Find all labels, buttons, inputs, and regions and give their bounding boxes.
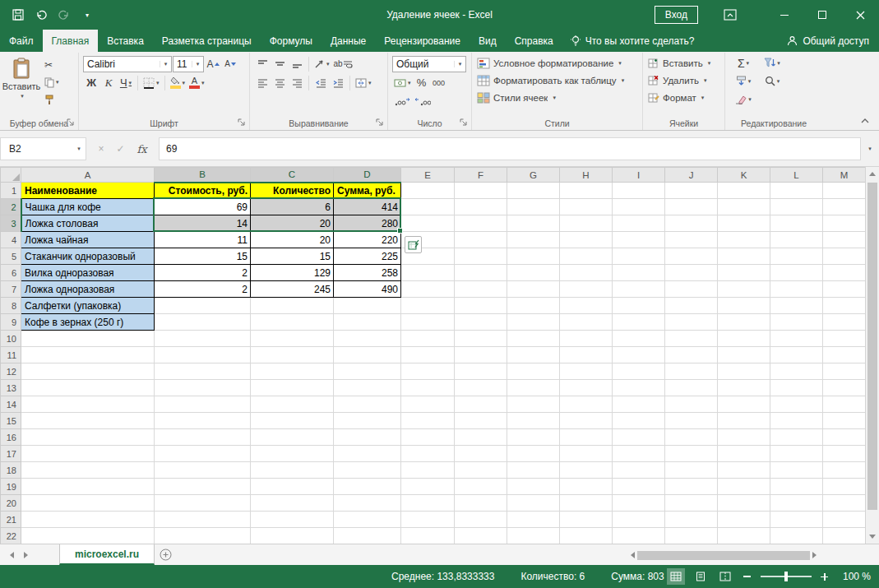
- cell-B22[interactable]: [155, 528, 251, 544]
- insert-cells-button[interactable]: Вставить ▾: [646, 54, 723, 72]
- orientation-button[interactable]: ▾: [312, 55, 331, 72]
- cell-H19[interactable]: [560, 479, 613, 495]
- cell-G7[interactable]: [507, 281, 560, 298]
- cell-F1[interactable]: [455, 183, 507, 199]
- cell-A17[interactable]: [21, 446, 155, 462]
- autosum-button[interactable]: Σ▾: [729, 54, 758, 72]
- tab-formulas[interactable]: Формулы: [261, 30, 322, 52]
- shrink-font-button[interactable]: А: [222, 55, 238, 72]
- cell-F10[interactable]: [455, 331, 507, 347]
- font-size-combo[interactable]: 11▾: [173, 56, 204, 72]
- cell-C20[interactable]: [251, 495, 334, 512]
- cell-J13[interactable]: [665, 380, 718, 396]
- cell-D10[interactable]: [334, 331, 401, 347]
- cell-K3[interactable]: [718, 215, 770, 232]
- cell-I17[interactable]: [613, 446, 665, 462]
- column-header-F[interactable]: F: [455, 168, 507, 183]
- cell-G4[interactable]: [507, 232, 560, 248]
- cell-M10[interactable]: [823, 331, 866, 347]
- cell-L19[interactable]: [770, 479, 823, 495]
- cell-I20[interactable]: [613, 495, 665, 512]
- cell-E10[interactable]: [401, 331, 455, 347]
- cell-G9[interactable]: [507, 314, 560, 331]
- cell-D4[interactable]: 220: [334, 232, 401, 248]
- cell-L21[interactable]: [770, 512, 823, 528]
- cell-B17[interactable]: [155, 446, 251, 462]
- decrease-indent-button[interactable]: [312, 74, 329, 91]
- cell-D1[interactable]: Сумма, руб.: [334, 183, 401, 199]
- cell-H14[interactable]: [560, 396, 613, 413]
- cell-M21[interactable]: [823, 512, 866, 528]
- undo-button[interactable]: [31, 5, 51, 25]
- cell-M6[interactable]: [823, 265, 866, 281]
- scroll-left-button[interactable]: [631, 552, 635, 558]
- cell-C12[interactable]: [251, 363, 334, 380]
- row-header-15[interactable]: 15: [1, 413, 21, 429]
- cell-B13[interactable]: [155, 380, 251, 396]
- cell-G11[interactable]: [507, 347, 560, 363]
- cell-F2[interactable]: [455, 199, 507, 215]
- cell-K4[interactable]: [718, 232, 770, 248]
- cell-G8[interactable]: [507, 298, 560, 314]
- cell-K5[interactable]: [718, 248, 770, 265]
- scroll-right-button[interactable]: [812, 552, 817, 558]
- cell-A18[interactable]: [21, 462, 155, 479]
- cell-I8[interactable]: [613, 298, 665, 314]
- cell-D22[interactable]: [334, 528, 401, 544]
- cell-K17[interactable]: [718, 446, 770, 462]
- cell-E11[interactable]: [401, 347, 455, 363]
- cell-D16[interactable]: [334, 429, 401, 446]
- align-middle-button[interactable]: [271, 55, 288, 72]
- tab-home[interactable]: Главная: [43, 30, 99, 52]
- cell-F20[interactable]: [455, 495, 507, 512]
- cell-C19[interactable]: [251, 479, 334, 495]
- cell-L6[interactable]: [770, 265, 823, 281]
- cell-K15[interactable]: [718, 413, 770, 429]
- cell-F14[interactable]: [455, 396, 507, 413]
- cell-I7[interactable]: [613, 281, 665, 298]
- cell-E20[interactable]: [401, 495, 455, 512]
- cell-L14[interactable]: [770, 396, 823, 413]
- cell-H12[interactable]: [560, 363, 613, 380]
- cell-D14[interactable]: [334, 396, 401, 413]
- tab-insert[interactable]: Вставка: [98, 30, 153, 52]
- cell-K14[interactable]: [718, 396, 770, 413]
- cell-I22[interactable]: [613, 528, 665, 544]
- cell-M16[interactable]: [823, 429, 866, 446]
- cell-J7[interactable]: [665, 281, 718, 298]
- row-header-3[interactable]: 3: [1, 215, 21, 232]
- cell-C5[interactable]: 15: [251, 248, 334, 265]
- collapse-ribbon-button[interactable]: [858, 115, 872, 127]
- cell-C22[interactable]: [251, 528, 334, 544]
- cell-A7[interactable]: Ложка одноразовая: [21, 281, 155, 298]
- cell-E18[interactable]: [401, 462, 455, 479]
- row-header-8[interactable]: 8: [1, 298, 21, 314]
- find-select-button[interactable]: ▾: [758, 72, 786, 90]
- cell-H13[interactable]: [560, 380, 613, 396]
- vertical-scrollbar[interactable]: [865, 167, 879, 544]
- decrease-decimal-button[interactable]: [413, 93, 433, 110]
- row-header-16[interactable]: 16: [1, 429, 21, 446]
- cell-J18[interactable]: [665, 462, 718, 479]
- cell-H17[interactable]: [560, 446, 613, 462]
- cell-L8[interactable]: [770, 298, 823, 314]
- underline-button[interactable]: Ч▾: [118, 74, 134, 91]
- cell-A1[interactable]: Наименование: [21, 183, 155, 199]
- cell-F4[interactable]: [455, 232, 507, 248]
- cell-F18[interactable]: [455, 462, 507, 479]
- increase-indent-button[interactable]: [330, 74, 346, 91]
- cell-F19[interactable]: [455, 479, 507, 495]
- cell-I15[interactable]: [613, 413, 665, 429]
- cell-C6[interactable]: 129: [251, 265, 334, 281]
- row-header-10[interactable]: 10: [1, 331, 21, 347]
- cell-D2[interactable]: 414: [334, 199, 401, 215]
- fill-button[interactable]: ▾: [729, 72, 758, 90]
- cell-B20[interactable]: [155, 495, 251, 512]
- cell-D15[interactable]: [334, 413, 401, 429]
- cell-H20[interactable]: [560, 495, 613, 512]
- cell-E22[interactable]: [401, 528, 455, 544]
- cell-D6[interactable]: 258: [334, 265, 401, 281]
- delete-cells-button[interactable]: Удалить ▾: [646, 72, 723, 89]
- row-header-2[interactable]: 2: [1, 199, 21, 215]
- column-header-I[interactable]: I: [613, 168, 665, 183]
